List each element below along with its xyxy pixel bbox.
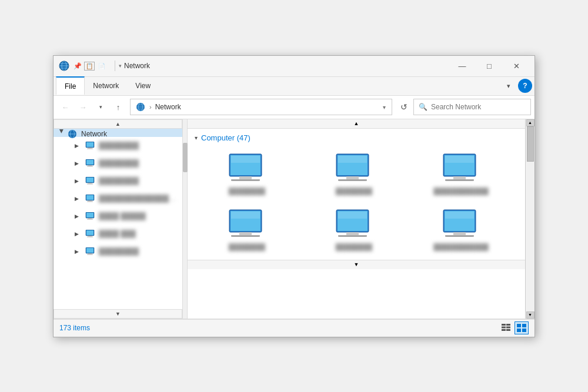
- window-controls: — □ ✕: [449, 55, 530, 76]
- svg-rect-23: [86, 177, 93, 182]
- content-scroll-down[interactable]: ▼: [188, 260, 525, 269]
- computer-svg-2: [333, 153, 375, 185]
- svg-rect-77: [446, 236, 473, 237]
- nav-item-7[interactable]: ▶ ████████: [54, 243, 182, 260]
- status-bar: 173 items: [54, 319, 534, 337]
- svg-rect-82: [502, 329, 506, 331]
- forward-button[interactable]: →: [75, 99, 91, 115]
- back-button[interactable]: ←: [57, 99, 74, 115]
- nav-scrollbar-thumb[interactable]: [183, 143, 188, 172]
- grid-item-label-2: ████████: [336, 187, 372, 195]
- grid-item-2[interactable]: ████████: [302, 148, 406, 199]
- svg-rect-80: [502, 327, 506, 329]
- address-bar[interactable]: › Network ▾: [130, 99, 392, 115]
- nav-scroll-down[interactable]: ▼: [54, 309, 182, 319]
- nav-item-3[interactable]: ▶ ████████: [54, 172, 182, 190]
- svg-rect-31: [86, 213, 93, 217]
- nav-item-5[interactable]: ▶ ████ █████: [54, 207, 182, 225]
- section-header: ▾ Computer (47): [195, 133, 513, 142]
- svg-rect-74: [445, 212, 474, 219]
- svg-rect-79: [506, 324, 510, 326]
- svg-rect-17: [87, 149, 93, 149]
- grid-item-1[interactable]: ████████: [195, 148, 299, 199]
- expand-4[interactable]: ▶: [75, 196, 84, 202]
- svg-rect-19: [86, 160, 93, 165]
- maximize-button[interactable]: □: [476, 55, 503, 76]
- content-panel: ▲ ▾ Computer (47): [188, 119, 525, 319]
- grid-view-button[interactable]: [514, 321, 529, 334]
- address-dropdown-icon[interactable]: ▾: [382, 103, 387, 112]
- nav-item-6[interactable]: ▶ ████ ███: [54, 225, 182, 243]
- computer-svg-5: [333, 209, 375, 241]
- view-buttons: [499, 321, 529, 334]
- content-scroll-up[interactable]: ▲: [188, 119, 525, 129]
- toolbar: ← → ▾ ↑ › Network ▾ ↺ 🔍: [54, 96, 534, 119]
- svg-rect-15: [86, 142, 93, 147]
- grid-item-label-6: ████████████: [433, 243, 489, 250]
- window-icon: [58, 60, 70, 72]
- svg-rect-28: [88, 200, 92, 202]
- scrollbar-up-btn[interactable]: ▲: [526, 119, 534, 126]
- nav-scroll-up[interactable]: ▲: [54, 119, 182, 129]
- search-bar[interactable]: 🔍: [413, 99, 531, 115]
- svg-rect-36: [88, 236, 92, 237]
- minimize-button[interactable]: —: [449, 55, 476, 76]
- expand-2[interactable]: ▶: [75, 160, 84, 166]
- section-chevron-icon[interactable]: ▾: [195, 135, 198, 141]
- computer-svg-1: [226, 153, 268, 185]
- expand-3[interactable]: ▶: [75, 178, 84, 184]
- grid-icon: [517, 324, 526, 332]
- svg-rect-84: [517, 324, 521, 327]
- nav-item-2[interactable]: ▶ ████████: [54, 155, 182, 172]
- svg-rect-75: [453, 232, 466, 235]
- svg-rect-71: [339, 236, 366, 237]
- svg-rect-83: [506, 329, 510, 331]
- scrollbar-thumb[interactable]: [527, 126, 534, 162]
- svg-rect-29: [87, 202, 93, 202]
- tab-network[interactable]: Network: [85, 77, 127, 95]
- expand-5[interactable]: ▶: [75, 213, 84, 219]
- svg-rect-45: [239, 176, 252, 179]
- grid-item-4[interactable]: ████████: [195, 204, 299, 255]
- expand-6[interactable]: ▶: [75, 231, 84, 237]
- close-button[interactable]: ✕: [503, 55, 530, 76]
- grid-item-6[interactable]: ████████████: [409, 204, 513, 255]
- search-input[interactable]: [431, 103, 526, 111]
- list-view-button[interactable]: [499, 321, 513, 334]
- nav-item-4[interactable]: ▶ ████████████████: [54, 190, 182, 207]
- grid-item-3[interactable]: ████████████: [409, 148, 513, 199]
- ribbon-expand: ▾ ?: [502, 79, 532, 93]
- ribbon-chevron-icon[interactable]: ▾: [502, 79, 516, 93]
- svg-rect-24: [88, 183, 92, 184]
- svg-rect-87: [522, 329, 526, 332]
- svg-rect-39: [86, 248, 93, 253]
- svg-rect-50: [338, 156, 367, 163]
- main-area: ▲ ▶ Network ▶: [54, 119, 534, 319]
- computer-icon-7: [84, 246, 96, 257]
- up-button[interactable]: ↑: [110, 99, 126, 115]
- expand-arrow-network[interactable]: ▶: [59, 129, 65, 139]
- nav-child-label-6: ████ ███: [99, 230, 136, 238]
- nav-child-label-2: ████████: [99, 159, 139, 167]
- nav-child-label-5: ████ █████: [99, 212, 146, 220]
- svg-rect-56: [445, 156, 474, 163]
- svg-rect-33: [87, 219, 93, 220]
- pin-icon: 📌: [74, 62, 82, 70]
- grid-item-label-1: ████████: [229, 187, 265, 195]
- computer-icon-4: [84, 193, 96, 205]
- expand-7[interactable]: ▶: [75, 249, 84, 254]
- help-button[interactable]: ?: [518, 79, 532, 93]
- refresh-button[interactable]: ↺: [396, 99, 412, 115]
- expand-1[interactable]: ▶: [75, 143, 84, 149]
- quick-dropdown[interactable]: ▾: [119, 63, 122, 69]
- grid-item-5[interactable]: ████████: [302, 204, 406, 255]
- computer-svg-4: [226, 209, 268, 241]
- svg-rect-40: [88, 253, 92, 254]
- scrollbar-down-btn[interactable]: ▼: [526, 311, 534, 319]
- nav-dropdown-button[interactable]: ▾: [92, 99, 109, 115]
- svg-rect-59: [446, 180, 473, 181]
- quick-access: 📌 📋 📄: [74, 62, 106, 71]
- grid-item-label-4: ████████: [229, 243, 265, 250]
- tab-file[interactable]: File: [56, 76, 85, 95]
- tab-view[interactable]: View: [127, 77, 159, 95]
